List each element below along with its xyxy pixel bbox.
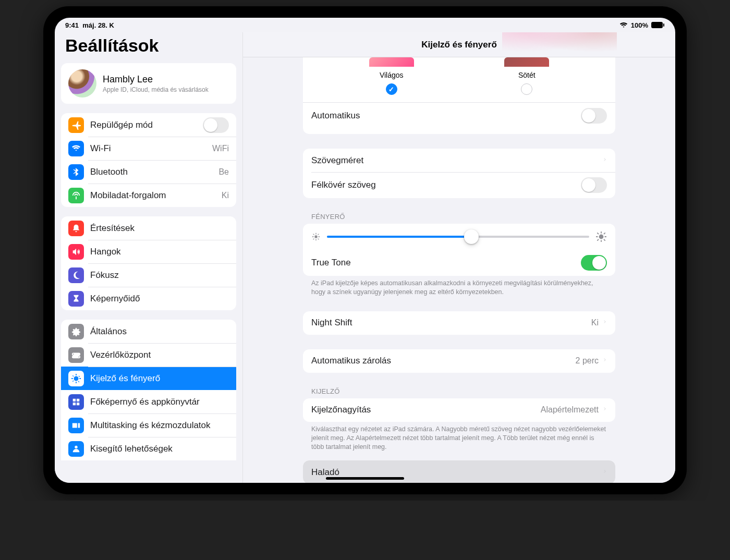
sun-small-icon — [311, 232, 321, 241]
row-night-shift[interactable]: Night Shift Ki — [303, 311, 615, 335]
row-auto-appearance[interactable]: Automatikus — [303, 103, 615, 129]
svg-line-18 — [597, 239, 599, 241]
home-indicator[interactable] — [326, 477, 404, 480]
sidebar-group-connectivity: Repülőgép módWi-FiWiFiBluetoothBeMobilad… — [61, 113, 236, 207]
appearance-card: Világos Sötét Automatikus — [303, 57, 615, 134]
svg-point-11 — [599, 235, 604, 239]
svg-line-7 — [313, 234, 314, 235]
sidebar-item-label: Képernyőidő — [90, 294, 229, 304]
speaker-icon — [68, 244, 84, 260]
preview-light — [369, 57, 414, 67]
sidebar-item-airplane[interactable]: Repülőgép mód — [61, 113, 236, 137]
chevron-icon — [603, 405, 607, 415]
appearance-light[interactable]: Világos — [369, 57, 414, 95]
svg-line-9 — [313, 239, 314, 240]
sidebar-item-label: Bluetooth — [90, 167, 214, 177]
chevron-icon — [603, 318, 607, 327]
sidebar-item-label: Általános — [90, 326, 229, 337]
status-battery: 100% — [631, 21, 648, 29]
section-brightness: Fényerő — [311, 213, 615, 221]
sidebar-item-wifi[interactable]: Wi-FiWiFi — [61, 137, 236, 160]
wifi-icon — [68, 141, 84, 156]
sidebar-item-sun[interactable]: Kijelző és fényerő — [61, 367, 236, 390]
sidebar-item-gear[interactable]: Általános — [61, 320, 236, 343]
sidebar-item-value: Be — [218, 167, 229, 177]
display-zoom-label: Kijelzőnagyítás — [311, 405, 537, 415]
sidebar-title: Beállítások — [65, 35, 232, 56]
chevron-icon — [603, 468, 607, 477]
rects-icon — [68, 418, 84, 433]
sidebar-item-label: Vezérlőközpont — [90, 350, 229, 360]
svg-line-17 — [604, 239, 605, 241]
person-icon — [68, 441, 84, 457]
appearance-dark-label: Sötét — [518, 71, 536, 79]
avatar — [68, 69, 96, 98]
gear-icon — [68, 324, 84, 339]
sidebar-item-label: Multitasking és kézmozdulatok — [90, 420, 229, 431]
sidebar: Beállítások Hambly Lee Apple ID, iCloud,… — [55, 32, 242, 483]
radio-dark[interactable] — [521, 83, 532, 95]
status-bar: 9:41 máj. 28. K 100% — [55, 18, 675, 32]
section-display: Kijelző — [311, 387, 615, 395]
sun-large-icon — [595, 231, 607, 242]
sidebar-item-switches[interactable]: Vezérlőközpont — [61, 343, 236, 367]
svg-line-10 — [318, 234, 319, 235]
radio-light[interactable] — [386, 83, 397, 95]
sidebar-item-label: Repülőgép mód — [90, 120, 203, 130]
main-scroll[interactable]: Világos Sötét Automatikus — [243, 57, 675, 483]
sidebar-item-bell[interactable]: Értesítések — [61, 216, 236, 240]
display-card: Kijelzőnagyítás Alapértelmezett — [303, 398, 615, 422]
sidebar-item-moon[interactable]: Fókusz — [61, 263, 236, 287]
sidebar-item-bluetooth[interactable]: BluetoothBe — [61, 160, 236, 184]
svg-point-2 — [314, 235, 317, 238]
row-display-zoom[interactable]: Kijelzőnagyítás Alapértelmezett — [303, 398, 615, 422]
svg-rect-1 — [663, 23, 664, 27]
row-brightness-slider[interactable] — [303, 224, 615, 250]
bluetooth-icon — [68, 164, 84, 180]
night-shift-label: Night Shift — [311, 318, 587, 328]
switch-auto-appearance[interactable] — [581, 108, 607, 124]
preview-dark — [504, 57, 549, 67]
display-zoom-value: Alapértelmezett — [541, 405, 599, 415]
brightness-slider[interactable] — [327, 236, 589, 238]
sidebar-group-notifications: ÉrtesítésekHangokFókuszKépernyőidő — [61, 216, 236, 310]
chevron-icon — [603, 156, 607, 165]
sidebar-item-antenna[interactable]: Mobiladat-forgalomKi — [61, 184, 236, 207]
svg-line-19 — [604, 233, 605, 234]
switch-bold-text[interactable] — [581, 177, 607, 193]
sidebar-item-speaker[interactable]: Hangok — [61, 240, 236, 263]
row-true-tone[interactable]: True Tone — [303, 250, 615, 276]
sidebar-item-rects[interactable]: Multitasking és kézmozdulatok — [61, 413, 236, 437]
auto-lock-label: Automatikus zárolás — [311, 356, 571, 366]
profile-name: Hambly Lee — [103, 74, 209, 85]
row-auto-lock[interactable]: Automatikus zárolás 2 perc — [303, 349, 615, 373]
switch-airplane[interactable] — [203, 117, 229, 133]
grid-icon — [68, 394, 84, 410]
slider-knob[interactable] — [464, 229, 479, 244]
switch-true-tone[interactable] — [581, 255, 607, 271]
night-shift-value: Ki — [591, 318, 599, 327]
page-title: Kijelző és fényerő — [421, 40, 497, 50]
sidebar-item-label: Mobiladat-forgalom — [90, 190, 217, 201]
sidebar-item-person[interactable]: Kisegítő lehetőségek — [61, 437, 236, 460]
sidebar-item-grid[interactable]: Főképernyő és appkönyvtár — [61, 390, 236, 413]
profile-card[interactable]: Hambly Lee Apple ID, iCloud, média és vá… — [61, 63, 236, 104]
sidebar-item-hourglass[interactable]: Képernyőidő — [61, 287, 236, 310]
text-card: Szövegméret Félkövér szöveg — [303, 149, 615, 198]
sidebar-item-label: Hangok — [90, 247, 229, 257]
nightshift-card: Night Shift Ki — [303, 311, 615, 335]
row-text-size[interactable]: Szövegméret — [303, 149, 615, 172]
sidebar-item-label: Wi-Fi — [90, 143, 208, 154]
advanced-label: Haladó — [311, 467, 599, 478]
appearance-dark[interactable]: Sötét — [504, 57, 549, 95]
antenna-icon — [68, 188, 84, 203]
sidebar-item-label: Fókusz — [90, 270, 229, 281]
sidebar-item-label: Kisegítő lehetőségek — [90, 444, 229, 454]
main-header: Kijelző és fényerő — [243, 32, 675, 57]
row-bold-text[interactable]: Félkövér szöveg — [303, 172, 615, 198]
auto-label: Automatikus — [311, 111, 581, 121]
sidebar-item-value: WiFi — [212, 144, 229, 153]
sidebar-item-value: Ki — [222, 191, 229, 200]
main-pane: Kijelző és fényerő Világos — [242, 32, 675, 483]
moon-icon — [68, 267, 84, 283]
